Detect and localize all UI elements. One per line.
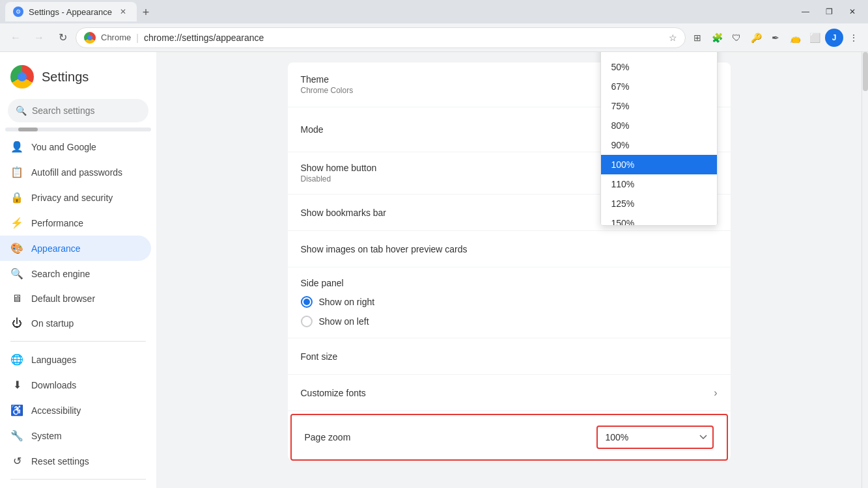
zoom-dropdown-popup[interactable]: 25% 33% 50% 67% 75% 80% 90% 100% 110% 12… [600,52,718,226]
show-on-left-radio[interactable] [301,316,313,327]
close-button[interactable]: ✕ [842,5,863,18]
zoom-option-150[interactable]: 150% [601,213,717,226]
sidebar-label-appearance: Appearance [31,243,81,254]
zoom-option-80[interactable]: 80% [601,116,717,135]
grid-icon-button[interactable]: ⊞ [688,29,707,47]
sidebar-item-appearance[interactable]: 🎨 Appearance [0,236,151,261]
you-google-icon: 👤 [10,141,23,153]
search-input[interactable] [32,105,146,116]
zoom-option-110[interactable]: 110% [601,174,717,194]
mode-label: Mode [301,124,600,135]
zoom-option-75[interactable]: 75% [601,96,717,116]
sidebar-item-reset-settings[interactable]: ↺ Reset settings [0,448,151,474]
theme-label-container: Theme Chrome Colors [301,74,606,95]
sidebar-label-default-browser: Default browser [31,293,95,304]
title-bar: ⚙ Settings - Appearance ✕ + — ❐ ✕ [0,0,868,23]
maximize-button[interactable]: ❐ [819,5,839,18]
tab-title: Settings - Appearance [29,7,112,17]
puzzle-icon-button[interactable]: 🔑 [747,29,765,47]
page-zoom-row: Page zoom 25% 33% 50% 67% 75% 80% 90% 10… [290,414,728,461]
side-panel-label-container: Side panel Show on right Show on left [301,278,718,327]
mode-label-container: Mode [301,124,600,135]
privacy-icon: 🔒 [10,191,23,204]
reload-button[interactable]: ↻ [52,27,73,48]
search-settings: 🔍 [8,99,148,122]
search-engine-icon: 🔍 [10,267,23,280]
downloads-icon: ⬇ [10,379,23,391]
languages-icon: 🌐 [10,353,23,366]
sidebar-item-downloads[interactable]: ⬇ Downloads [0,372,151,398]
zoom-option-125[interactable]: 125% [601,194,717,213]
sidebar-scrollbar [5,128,151,131]
page-zoom-label-container: Page zoom [305,432,596,442]
search-icon: 🔍 [16,105,27,116]
sidebar-label-you-google: You and Google [31,142,96,152]
tab-close-button[interactable]: ✕ [117,6,129,18]
extensions-icon-button[interactable]: 🧩 [708,29,726,47]
zoom-option-50[interactable]: 50% [601,57,717,77]
sidebar-item-languages[interactable]: 🌐 Languages [0,347,151,372]
side-panel-label: Side panel [301,278,718,288]
zoom-option-100[interactable]: 100% [601,155,717,174]
tab-hover-images-label-container: Show images on tab hover preview cards [301,244,718,254]
autofill-icon: 📋 [10,166,23,178]
profile-avatar[interactable]: J [825,29,843,47]
show-on-right-option[interactable]: Show on right [301,296,718,308]
sidebar-label-search-engine: Search engine [31,269,90,279]
scrollbar-thumb[interactable] [18,128,38,131]
side-panel-row: Side panel Show on right Show on left [288,267,731,338]
reset-icon: ↺ [10,455,23,467]
back-button[interactable]: ← [5,27,26,48]
content-card: Theme Chrome Colors ↗ Reset to default M… [288,62,731,461]
zoom-option-67[interactable]: 67% [601,77,717,96]
sidebar-item-performance[interactable]: ⚡ Performance [0,210,151,236]
sidebar-label-on-startup: On startup [31,318,74,329]
sidebar-item-extensions[interactable]: 🧩 Extensions ↗ [0,485,151,488]
forward-button[interactable]: → [29,27,49,48]
tab-hover-images-label: Show images on tab hover preview cards [301,244,718,254]
toolbar-icons: ⊞ 🧩 🛡 🔑 ✒ 👝 ⬜ J ⋮ [688,29,863,47]
address-bar-container: Chrome | chrome://settings/appearance ☆ [76,27,686,48]
theme-label: Theme [301,74,606,85]
sidebar-label-languages: Languages [31,355,76,365]
side-panel-radio-group: Show on right Show on left [301,296,718,327]
tab-bar: ⚙ Settings - Appearance ✕ + [5,2,792,21]
sidebar-label-accessibility: Accessibility [31,405,81,416]
feather-icon-button[interactable]: ✒ [766,29,785,47]
sidebar-icon-button[interactable]: ⬜ [805,29,824,47]
show-on-left-option[interactable]: Show on left [301,316,718,327]
page-zoom-select[interactable]: 25% 33% 50% 67% 75% 80% 90% 100% 110% 12… [596,426,714,449]
customize-fonts-control: › [714,387,717,399]
sidebar-item-search-engine[interactable]: 🔍 Search engine [0,261,151,286]
theme-sublabel: Chrome Colors [301,86,606,95]
sidebar-label-system: System [31,431,62,441]
accessibility-icon: ♿ [10,404,23,416]
customize-fonts-chevron[interactable]: › [714,387,717,399]
sidebar-item-on-startup[interactable]: ⏻ On startup [0,311,151,336]
minimize-button[interactable]: — [795,5,816,18]
performance-icon: ⚡ [10,217,23,229]
show-on-right-radio[interactable] [301,296,313,308]
settings-title: Settings [42,70,89,85]
right-scrollbar[interactable] [861,52,868,488]
active-tab[interactable]: ⚙ Settings - Appearance ✕ [5,2,137,21]
right-scrollbar-thumb[interactable] [863,52,868,91]
new-tab-button[interactable]: + [137,3,155,21]
zoom-option-33[interactable]: 33% [601,52,717,57]
bookmark-icon[interactable]: ☆ [669,33,677,43]
appearance-icon: 🎨 [10,242,23,254]
shield-icon-button[interactable]: 🛡 [727,29,746,47]
wallet-icon-button[interactable]: 👝 [786,29,804,47]
zoom-option-90[interactable]: 90% [601,135,717,155]
chrome-logo-large [10,65,34,88]
sidebar-item-autofill[interactable]: 📋 Autofill and passwords [0,159,151,185]
more-menu-button[interactable]: ⋮ [845,29,863,47]
sidebar-item-you-google[interactable]: 👤 You and Google [0,134,151,159]
sidebar-item-system[interactable]: 🔧 System [0,423,151,448]
sidebar-item-accessibility[interactable]: ♿ Accessibility [0,398,151,423]
sidebar-item-privacy[interactable]: 🔒 Privacy and security [0,185,151,210]
font-size-row: Font size [288,338,731,375]
sidebar-item-default-browser[interactable]: 🖥 Default browser [0,286,151,311]
url-text[interactable]: chrome://settings/appearance [144,33,664,43]
font-size-label-container: Font size [301,351,718,362]
